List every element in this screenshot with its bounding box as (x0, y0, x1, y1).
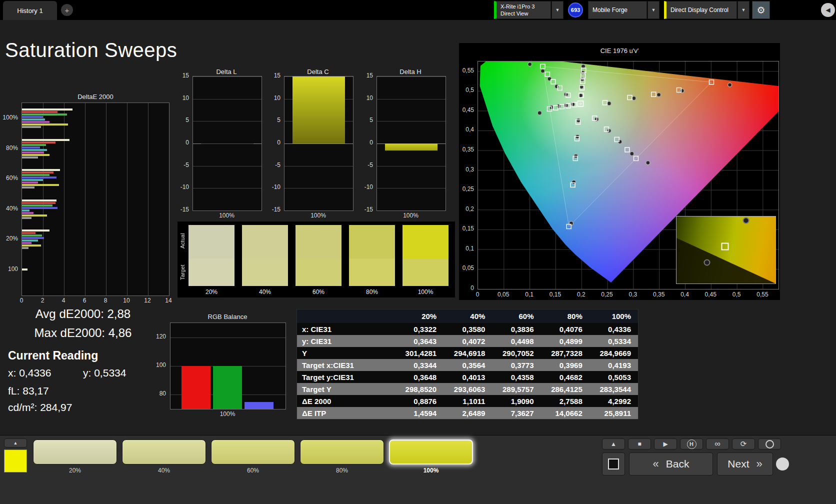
cell-value: 0,8876 (395, 395, 444, 407)
cell-value: 0,4072 (444, 335, 492, 347)
measured-point-red (657, 93, 661, 97)
axis-tick-label: 0,45 (704, 291, 718, 298)
column-header: 100% (590, 310, 638, 323)
deltae-bar (22, 230, 50, 232)
delta-c-title: Delta C (280, 68, 356, 76)
cell-value: 0,3643 (395, 335, 444, 347)
display-control-button[interactable]: Direct Display Control (664, 1, 737, 19)
source-dropdown-icon[interactable]: ▼ (648, 1, 660, 19)
gridline (284, 144, 353, 144)
source-label: Mobile Forge (592, 6, 646, 14)
actual-target-swatch-strip: Actual Target 20%40%60%80%100% (178, 222, 455, 298)
deltae-y-axis: 100%80%60%40%20%100 (0, 102, 20, 295)
deltae-bar (22, 268, 28, 270)
stop-button[interactable]: ■ (628, 438, 651, 450)
cell-value: 0,3969 (541, 359, 590, 371)
collapse-controls-button[interactable]: ▲ (602, 438, 625, 450)
pattern-source-button[interactable]: Mobile Forge (588, 1, 647, 19)
saturation-patch-80%[interactable] (300, 440, 384, 464)
cell-value: 284,9669 (590, 347, 638, 359)
gridline (284, 188, 353, 188)
deltae-chart-title: DeltaE 2000 (18, 93, 173, 100)
row-label: Target x:CIE31 (297, 359, 395, 371)
deltae-bar (22, 154, 50, 156)
saturation-patch-100%[interactable] (389, 440, 473, 464)
saturation-patch-40%[interactable] (122, 440, 206, 464)
cell-value: 7,3627 (492, 407, 540, 419)
rgb-bar-red (182, 366, 210, 409)
gridline (284, 166, 353, 166)
column-header: 40% (444, 310, 492, 323)
pattern-window-button[interactable] (602, 452, 625, 476)
add-tab-button[interactable]: + (61, 4, 73, 16)
deltae-bar (22, 169, 60, 171)
cell-value: 0,4076 (541, 323, 590, 335)
deltae-bar (22, 237, 44, 239)
deltae-bar (22, 214, 47, 216)
refresh-button[interactable]: ⟳ (732, 438, 755, 450)
stop-icon: ■ (638, 440, 641, 448)
saturation-patch-60%[interactable] (211, 440, 295, 464)
tab-history-1[interactable]: History 1 (3, 1, 57, 20)
cie-x-axis: 00,050,10,150,20,250,30,350,40,450,50,55 (478, 291, 778, 299)
deltae-bar (22, 172, 54, 174)
avg-value: 2,88 (107, 307, 130, 320)
deltae-x-axis: 02468101214 (22, 297, 168, 305)
gridline (193, 210, 262, 211)
delta-c-x-label: 100% (284, 212, 352, 219)
side-panel-toggle-button[interactable]: ◀ (821, 3, 835, 17)
reading-y-label: y: (83, 367, 91, 378)
table-row: Y301,4281294,6918290,7052287,7328284,966… (297, 347, 638, 359)
actual-swatch (242, 225, 288, 258)
collapse-bar-button[interactable]: ▲ (4, 438, 27, 448)
cell-value: 0,5334 (590, 335, 638, 347)
axis-tick-label: 20% (6, 235, 18, 242)
cell-value: 286,4125 (541, 383, 590, 395)
display-control-dropdown-icon[interactable]: ▼ (738, 1, 750, 19)
saturation-patch-20%[interactable] (33, 440, 117, 464)
row-label: y: CIE31 (297, 335, 395, 347)
cell-value: 0,4336 (590, 323, 638, 335)
axis-tick-label: 0,5 (466, 86, 474, 94)
cell-value: 290,7052 (492, 347, 540, 359)
table-row: ΔE ITP1,45942,64897,362714,066225,8911 (297, 407, 638, 419)
measured-point-red (728, 83, 732, 87)
deltae-bar (22, 204, 52, 206)
gridline (377, 188, 446, 188)
deltae-bar (22, 121, 50, 123)
continuous-read-button[interactable]: ∞ (706, 438, 729, 450)
gridline (377, 166, 446, 166)
cell-value: 0,4498 (492, 335, 540, 347)
measurement-table-wrap: 20%40%60%80%100%x: CIE310,33220,35800,38… (296, 309, 638, 420)
cell-value: 2,7588 (541, 395, 590, 407)
bottom-bar: ▲ 20%40%60%80%100% ▲ ■ ▶ H ∞ ⟳ « Back Ne… (0, 435, 836, 504)
cell-value: 0,4013 (444, 371, 492, 383)
back-button[interactable]: « Back (629, 452, 713, 476)
table-row: Target x:CIE310,33440,35640,37730,39690,… (297, 359, 638, 371)
axis-tick-label: 10 (366, 94, 373, 102)
cell-value: 2,6489 (444, 407, 492, 419)
inset-measured-marker (704, 260, 710, 266)
table-row: Target Y298,8520293,6063289,5757286,4125… (297, 383, 638, 395)
rgb-bar-green (213, 366, 242, 409)
page-title: Saturation Sweeps (5, 39, 177, 62)
meter-dropdown-icon[interactable]: ▼ (552, 1, 564, 19)
axis-tick-label: 100 (156, 362, 166, 368)
meter-button[interactable]: X-Rite i1Pro 3 Direct View (494, 1, 551, 19)
next-button[interactable]: Next » (717, 452, 773, 476)
axis-tick-label: 6 (80, 297, 90, 304)
record-indicator-button[interactable] (758, 438, 781, 450)
chevrons-right-icon: » (756, 458, 762, 470)
history-mode-button[interactable]: H (680, 438, 703, 450)
target-swatch (402, 258, 448, 286)
play-button[interactable]: ▶ (654, 438, 677, 450)
settings-button[interactable]: ⚙ (752, 1, 770, 19)
play-icon: ▶ (663, 440, 668, 448)
cell-value: 301,4281 (395, 347, 444, 359)
swatch-label: 80% (349, 288, 395, 296)
gridline (193, 166, 262, 166)
cie-y-axis: 00,050,10,150,20,250,30,350,40,450,50,55 (459, 61, 476, 288)
max-value: 4,86 (108, 326, 132, 340)
axis-tick-label: 0,1 (522, 291, 536, 298)
pattern-window-icon (608, 458, 619, 470)
